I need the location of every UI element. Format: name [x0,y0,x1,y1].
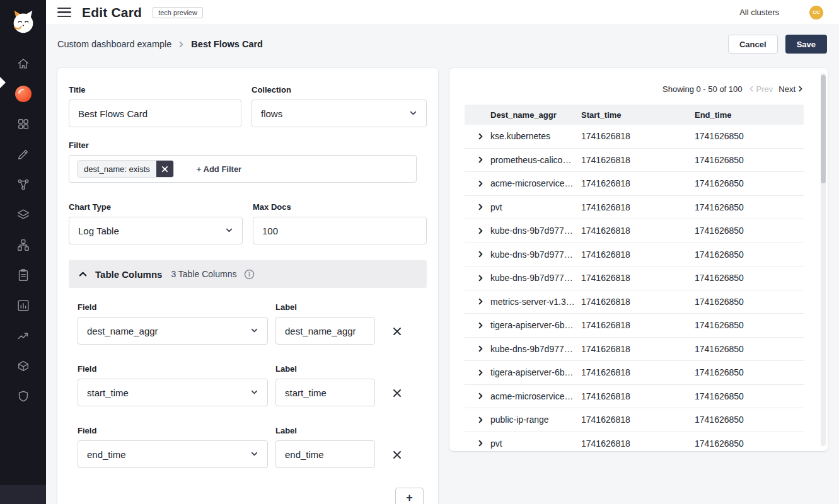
column-label-input[interactable] [275,440,375,468]
expand-row-button[interactable] [477,156,490,163]
info-icon[interactable] [244,269,255,280]
table-row[interactable]: prometheus-calico… 1741626818 1741626850 [465,149,804,173]
chevron-right-icon [477,227,484,234]
clusters-icon [16,238,30,252]
title-label: Title [69,85,241,94]
start-time-cell: 1741626818 [581,297,695,307]
expand-row-button[interactable] [477,345,490,352]
start-time-cell: 1741626818 [581,178,695,188]
chevron-down-icon [250,326,258,336]
title-input[interactable] [69,100,241,127]
sidebar-item-trends[interactable] [0,321,46,351]
chevron-right-icon [477,203,484,210]
expand-row-button[interactable] [477,251,490,258]
chevron-down-icon [409,108,417,119]
breadcrumb-parent-link[interactable]: Custom dashboard example [57,39,171,49]
sidebar-item-policies[interactable] [0,139,46,169]
end-time-cell: 1741626850 [695,178,804,188]
label-label: Label [275,364,375,374]
table-row[interactable]: metrics-server-v1.3… 1741626818 17416268… [465,290,804,314]
expand-row-button[interactable] [477,322,490,329]
add-column-button[interactable]: + [395,488,424,504]
chevron-right-icon [178,41,185,48]
scrollbar-thumb[interactable] [821,75,826,183]
expand-row-button[interactable] [477,440,490,447]
chart-type-select[interactable]: Log Table [69,217,243,244]
table-row[interactable]: tigera-apiserver-6b… 1741626818 17416268… [465,361,804,385]
end-time-cell: 1741626850 [695,344,804,354]
remove-column-button[interactable] [390,386,404,400]
field-select-value: dest_name_aggr [87,326,158,336]
start-time-cell: 1741626818 [581,155,695,165]
policies-icon [16,147,30,161]
column-label-input[interactable] [275,317,375,345]
sidebar-item-endpoints[interactable] [0,109,46,139]
calico-logo-icon[interactable] [9,8,38,37]
scrollbar-track[interactable] [821,73,826,446]
column-label-input[interactable] [275,379,375,406]
dest-name-cell: pvt [490,202,581,212]
remove-column-button[interactable] [390,324,404,338]
end-time-cell: 1741626850 [695,320,804,330]
avatar[interactable]: CC [809,6,823,20]
start-time-cell: 1741626818 [581,367,695,377]
table-row[interactable]: acme-microservice… 1741626818 1741626850 [465,385,804,409]
field-select[interactable]: start_time [78,379,268,406]
prev-page-button[interactable]: Prev [748,84,773,94]
sidebar-item-logs[interactable] [0,290,46,321]
collapse-section-button[interactable] [78,270,88,279]
sidebar-item-security[interactable] [0,381,46,411]
table-header-cell: End_time [695,110,804,120]
table-row[interactable]: pvt 1741626818 1741626850 [465,196,804,220]
table-row[interactable]: pvt 1741626818 1741626850 [465,432,804,452]
chevron-right-icon [477,156,484,163]
expand-row-button[interactable] [477,298,490,305]
top-bar: Edit Card tech preview All clusters CC [46,0,839,25]
expand-row-button[interactable] [477,133,490,140]
table-row[interactable]: kube-dns-9b7d977f… 1741626818 1741626850 [465,243,804,267]
table-row[interactable]: tigera-apiserver-6b… 1741626818 17416268… [465,314,804,338]
field-select[interactable]: end_time [78,440,268,468]
remove-column-button[interactable] [390,448,404,462]
menu-icon[interactable] [57,8,71,18]
trends-icon [16,329,30,343]
sidebar-item-network-graph[interactable] [0,169,46,200]
table-row[interactable]: kube-dns-9b7d977f… 1741626818 1741626850 [465,266,804,290]
sidebar-item-dashboards-active[interactable] [0,79,46,109]
expand-row-button[interactable] [477,369,490,376]
remove-filter-button[interactable] [156,161,173,177]
dest-name-cell: acme-microservice… [490,178,581,188]
preview-panel: Showing 0 - 50 of 100 Prev Next Dest_nam… [449,68,828,451]
sidebar-item-workloads[interactable] [0,351,46,381]
cluster-selector[interactable]: All clusters [739,8,779,17]
max-docs-input[interactable] [253,217,427,244]
sidebar-footer[interactable] [0,485,46,504]
sidebar-item-home[interactable] [0,49,46,79]
sidebar-nav [0,49,46,411]
table-row[interactable]: kse.kubernetes 1741626818 1741626850 [465,125,804,149]
expand-row-button[interactable] [477,416,490,423]
sidebar-item-compliance[interactable] [0,260,46,290]
table-row[interactable]: kube-dns-9b7d977f… 1741626818 1741626850 [465,219,804,243]
collection-select[interactable]: flows [252,100,427,127]
sidebar-item-tiers[interactable] [0,200,46,230]
expand-row-button[interactable] [477,392,490,399]
field-select[interactable]: dest_name_aggr [78,317,268,345]
sidebar-item-clusters[interactable] [0,230,46,260]
next-page-button[interactable]: Next [778,84,804,94]
table-row[interactable]: public-ip-range 1741626818 1741626850 [465,408,804,432]
close-icon [393,327,402,336]
table-row[interactable]: kube-dns-9b7d977f… 1741626818 1741626850 [465,338,804,362]
add-filter-button[interactable]: + Add Filter [193,164,245,175]
compliance-icon [16,268,30,282]
expand-row-button[interactable] [477,203,490,210]
table-row[interactable]: acme-microservice… 1741626818 1741626850 [465,172,804,196]
expand-row-button[interactable] [477,180,490,187]
expand-row-button[interactable] [477,227,490,234]
save-button[interactable]: Save [785,35,827,54]
cancel-button[interactable]: Cancel [728,35,778,54]
card-editor-panel: Title Collection flows Filter [57,68,438,504]
end-time-cell: 1741626850 [695,415,804,425]
expand-row-button[interactable] [477,275,490,282]
network-graph-icon [16,178,30,192]
